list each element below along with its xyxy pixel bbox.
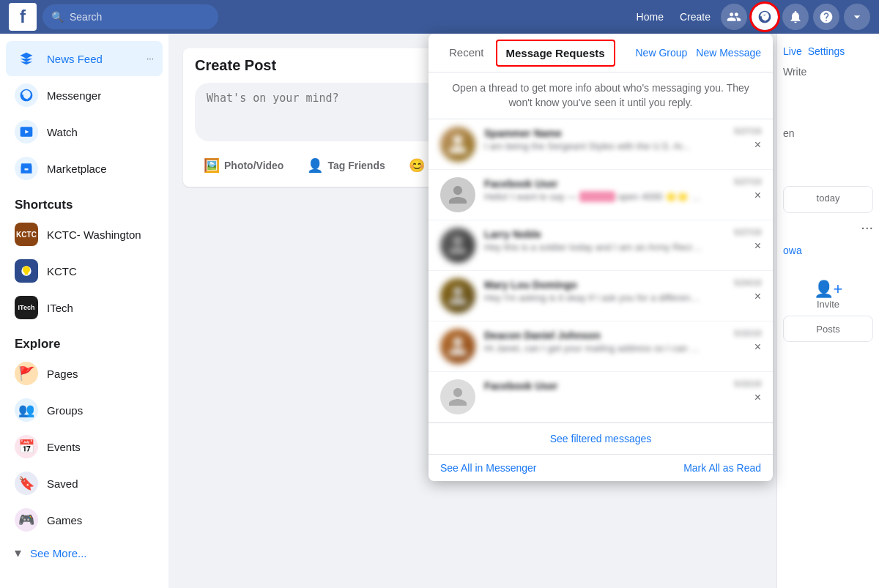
messenger-icon-btn[interactable]	[752, 4, 778, 30]
msg-right-0: 5/27/19 ×	[734, 127, 761, 152]
settings-link[interactable]: Settings	[808, 42, 845, 60]
sidebar-item-saved[interactable]: 🔖 Saved	[6, 466, 163, 501]
msg-item-2[interactable]: Larry Noble Hey this is a soldier today …	[429, 220, 773, 271]
msg-tab-requests[interactable]: Message Requests	[496, 40, 615, 67]
msg-close-1[interactable]: ×	[754, 189, 761, 202]
see-more-label: See More...	[30, 547, 87, 559]
msg-item-4[interactable]: Deacon Daniel Johnson Hi Janet, can I ge…	[429, 321, 773, 372]
msg-preview-2: Hey this is a soldier today and I am an …	[484, 242, 704, 253]
msg-body-4: Deacon Daniel Johnson Hi Janet, can I ge…	[484, 329, 725, 357]
msg-name-1: Facebook User	[484, 178, 557, 190]
msg-name-5: Facebook User	[484, 380, 557, 392]
marketplace-label: Marketplace	[47, 163, 107, 175]
sidebar-item-games[interactable]: 🎮 Games	[6, 502, 163, 537]
msg-avatar-4	[440, 329, 475, 364]
sidebar-item-events[interactable]: 📅 Events	[6, 429, 163, 464]
msg-close-2[interactable]: ×	[754, 239, 761, 253]
tag-friends-label: Tag Friends	[327, 160, 385, 171]
newsfeed-more[interactable]: ···	[146, 53, 154, 64]
today-text: today	[790, 193, 867, 204]
msg-avatar-3	[440, 278, 475, 313]
msg-avatar-2	[440, 228, 475, 263]
facebook-logo[interactable]: f	[9, 3, 37, 31]
feeling-icon: 😊	[409, 157, 425, 174]
help-icon-btn[interactable]	[813, 4, 839, 30]
msg-body-5: Facebook User	[484, 379, 725, 393]
new-message-link[interactable]: New Message	[696, 47, 761, 59]
msg-item-0[interactable]: Spammer Name I am being the Sergeant Sty…	[429, 119, 773, 170]
msg-body-2: Larry Noble Hey this is a soldier today …	[484, 228, 725, 256]
owa-link[interactable]: owa	[783, 242, 873, 259]
groups-label: Groups	[47, 404, 83, 417]
mark-all-link[interactable]: Mark All as Read	[683, 462, 761, 474]
sidebar-item-itech[interactable]: ITech ITech	[6, 290, 163, 325]
sidebar-item-kctc[interactable]: KCTC	[6, 253, 163, 289]
msg-name-4: Deacon Daniel Johnson	[484, 330, 601, 341]
msg-preview-4: Hi Janet, can I get your mailing address…	[484, 343, 704, 354]
more-btn[interactable]: ···	[783, 213, 873, 242]
shortcuts-title: Shortcuts	[0, 192, 168, 215]
sidebar-item-watch[interactable]: Watch	[6, 114, 163, 149]
sidebar-item-kctc-washington[interactable]: KCTC KCTC- Washington	[6, 217, 163, 252]
msg-time-2: 5/27/19	[734, 228, 761, 237]
home-link[interactable]: Home	[631, 11, 670, 23]
search-input[interactable]	[70, 11, 209, 23]
nav-left: f 🔍	[9, 3, 218, 31]
msg-name-3: Mary Lou Domingo	[484, 279, 577, 291]
msg-close-0[interactable]: ×	[754, 138, 761, 152]
msg-close-4[interactable]: ×	[754, 340, 761, 354]
friends-icon-btn[interactable]	[721, 4, 747, 30]
saved-label: Saved	[47, 477, 78, 490]
sidebar-item-messenger[interactable]: Messenger	[6, 78, 163, 113]
sidebar-item-see-more[interactable]: ▾ See More...	[6, 539, 163, 567]
explore-title: Explore	[0, 331, 168, 354]
en-text: en	[783, 124, 873, 142]
msg-dropdown-header: Recent Message Requests New Group New Me…	[429, 34, 773, 72]
kctc-label: KCTC	[47, 265, 77, 278]
sidebar-item-pages[interactable]: 🚩 Pages	[6, 356, 163, 391]
msg-preview-3: Hey I'm asking is it okay if I ask you f…	[484, 292, 704, 303]
msg-time-1: 5/27/19	[734, 177, 761, 186]
see-all-link[interactable]: See All in Messenger	[440, 462, 537, 474]
messenger-label: Messenger	[47, 89, 101, 102]
search-bar: 🔍	[42, 4, 218, 29]
new-group-link[interactable]: New Group	[635, 47, 687, 59]
sidebar-item-groups[interactable]: 👥 Groups	[6, 392, 163, 428]
live-link[interactable]: Live	[783, 42, 802, 60]
photo-video-icon: 🖼️	[204, 157, 220, 174]
invite-label: Invite	[817, 299, 839, 310]
msg-item-5[interactable]: Facebook User 5/15/19 ×	[429, 372, 773, 423]
msg-preview-0: I am being the Sergeant Styles with the …	[484, 141, 690, 152]
msg-body-1: Facebook User Hello! I want to say — blu…	[484, 177, 725, 205]
tag-friends-btn[interactable]: 👤 Tag Friends	[298, 153, 393, 178]
notifications-icon-btn[interactable]	[782, 4, 809, 30]
msg-name-2: Larry Noble	[484, 228, 541, 240]
sidebar-item-marketplace[interactable]: Marketplace	[6, 151, 163, 186]
events-label: Events	[47, 441, 81, 453]
msg-time-4: 5/15/19	[734, 329, 761, 338]
msg-body-0: Spammer Name I am being the Sergeant Sty…	[484, 127, 725, 155]
msg-right-5: 5/15/19 ×	[734, 379, 761, 404]
kctc-washington-label: KCTC- Washington	[47, 228, 141, 241]
msg-time-5: 5/15/19	[734, 379, 761, 388]
photo-video-btn[interactable]: 🖼️ Photo/Video	[195, 153, 292, 178]
tag-friends-icon: 👤	[307, 157, 323, 174]
msg-close-5[interactable]: ×	[754, 391, 761, 404]
msg-name-0: Spammer Name	[484, 127, 562, 139]
see-filtered-link[interactable]: See filtered messages	[550, 433, 652, 444]
msg-close-3[interactable]: ×	[754, 290, 761, 303]
account-menu-btn[interactable]	[844, 4, 870, 30]
msg-right-3: 5/24/19 ×	[734, 278, 761, 303]
msg-list: Spammer Name I am being the Sergeant Sty…	[429, 119, 773, 423]
msg-body-3: Mary Lou Domingo Hey I'm asking is it ok…	[484, 278, 725, 306]
msg-item-1[interactable]: Facebook User Hello! I want to say — blu…	[429, 170, 773, 220]
msg-tab-recent[interactable]: Recent	[440, 40, 493, 66]
create-link[interactable]: Create	[674, 11, 716, 23]
itech-label: ITech	[47, 302, 73, 314]
sidebar-item-newsfeed[interactable]: News Feed ···	[6, 41, 163, 76]
msg-item-3[interactable]: Mary Lou Domingo Hey I'm asking is it ok…	[429, 271, 773, 321]
msg-right-1: 5/27/19 ×	[734, 177, 761, 202]
msg-avatar-0	[440, 127, 475, 162]
pages-label: Pages	[47, 368, 78, 380]
msg-avatar-5	[440, 379, 475, 414]
